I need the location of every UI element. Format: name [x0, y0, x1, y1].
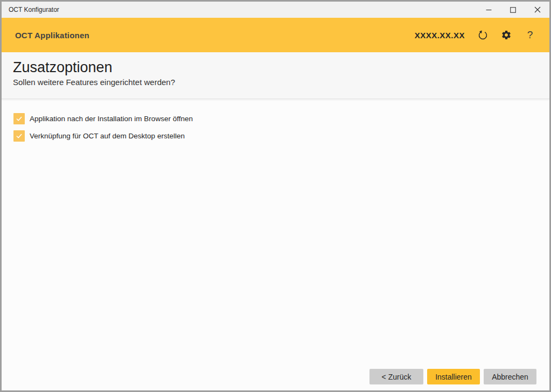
footer-buttons: < Zurück Installieren Abbrechen [369, 369, 536, 384]
maximize-icon [510, 7, 516, 13]
gear-icon[interactable] [500, 29, 512, 41]
refresh-icon[interactable] [477, 29, 489, 41]
window-title: OCT Konfigurator [2, 6, 59, 13]
option-label-desktop-shortcut[interactable]: Verknüpfung für OCT auf dem Desktop erst… [30, 130, 185, 142]
version-label: XXXX.XX.XX [415, 31, 465, 40]
appbar-actions: XXXX.XX.XX ? [415, 29, 536, 41]
checkmark-icon [16, 132, 23, 139]
app-header: OCT Applikationen XXXX.XX.XX ? [2, 18, 549, 52]
option-label-open-browser[interactable]: Applikation nach der Installation im Bro… [30, 113, 193, 124]
minimize-button[interactable] [477, 2, 501, 18]
help-icon[interactable]: ? [524, 29, 536, 41]
back-button[interactable]: < Zurück [369, 369, 423, 384]
page-title: Zusatzoptionen [13, 59, 549, 76]
option-desktop-shortcut[interactable]: Verknüpfung für OCT auf dem Desktop erst… [13, 130, 549, 142]
page-subtitle: Sollen weitere Features eingerichtet wer… [13, 78, 549, 87]
cancel-button[interactable]: Abbrechen [484, 369, 536, 384]
checkmark-icon [16, 115, 23, 122]
installer-window: OCT Konfigurator OCT Applikationen XXXX.… [0, 0, 551, 392]
minimize-icon [486, 7, 492, 13]
app-title: OCT Applikationen [15, 31, 89, 40]
option-open-browser[interactable]: Applikation nach der Installation im Bro… [13, 113, 549, 124]
checkbox-desktop-shortcut[interactable] [13, 130, 25, 142]
window-titlebar: OCT Konfigurator [2, 2, 549, 18]
close-icon [534, 6, 541, 13]
page-heading-section: Zusatzoptionen Sollen weitere Features e… [2, 52, 549, 99]
maximize-button[interactable] [501, 2, 525, 18]
install-button[interactable]: Installieren [427, 369, 480, 384]
checkbox-open-browser[interactable] [13, 113, 25, 124]
close-button[interactable] [525, 2, 549, 18]
options-section: Applikation nach der Installation im Bro… [2, 99, 549, 390]
